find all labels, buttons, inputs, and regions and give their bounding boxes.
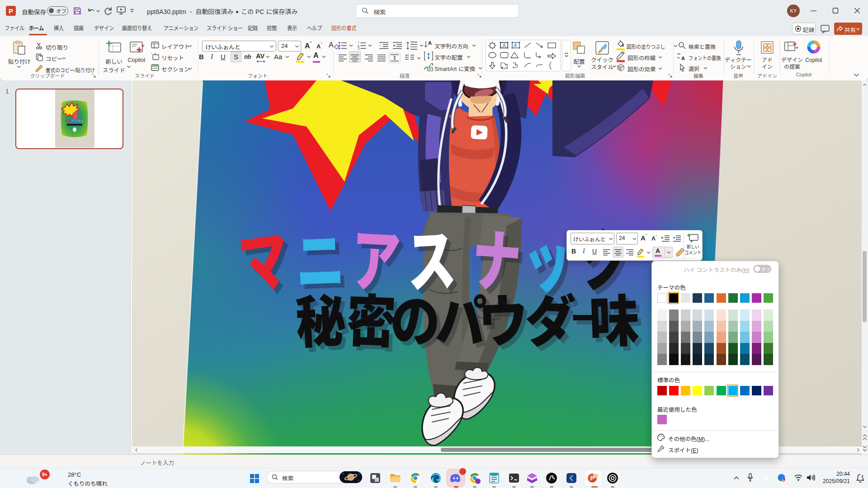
svg-text:ウ: ウ [477, 275, 529, 359]
svg-text:P: P [590, 475, 594, 482]
svg-text:ー: ー [571, 294, 600, 338]
svg-text:z: z [861, 474, 863, 479]
svg-text:アス: アス [71, 118, 78, 123]
svg-text:ダ: ダ [524, 275, 576, 359]
svg-text:秘: 秘 [293, 275, 347, 359]
svg-text:ナッ: ナッ [78, 118, 84, 123]
svg-text:P: P [9, 7, 13, 15]
svg-text:の: の [389, 275, 441, 359]
svg-text:マニ: マニ [66, 118, 71, 123]
